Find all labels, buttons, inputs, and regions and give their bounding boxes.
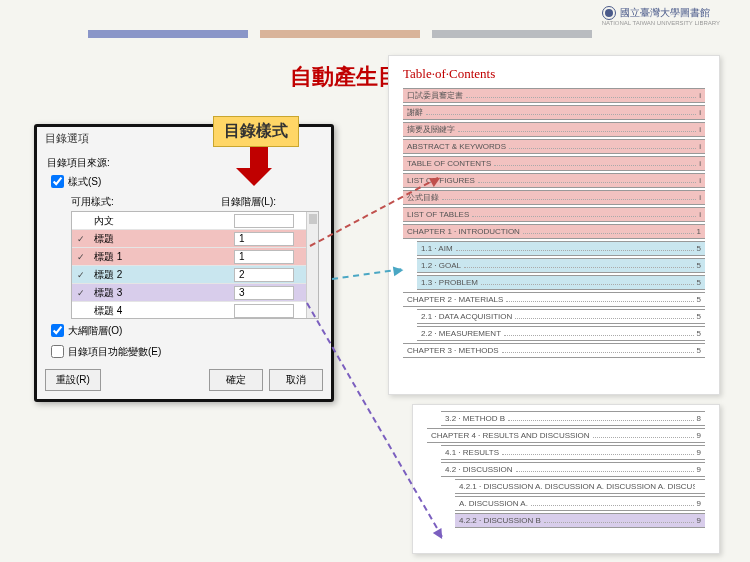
- library-logo: 國立臺灣大學圖書館 NATIONAL TAIWAN UNIVERSITY LIB…: [602, 6, 720, 26]
- style-row-name: 標題 2: [90, 268, 230, 282]
- toc-entry-page: 9: [697, 465, 701, 474]
- toc-entry-page: 1: [697, 227, 701, 236]
- toc-entry-page: 9: [697, 516, 701, 525]
- header-bar-3: [432, 30, 592, 38]
- available-styles-header: 可用樣式:: [71, 195, 221, 209]
- style-row-level-input[interactable]: [234, 286, 294, 300]
- logo-subtext: NATIONAL TAIWAN UNIVERSITY LIBRARY: [602, 20, 720, 26]
- style-row-2[interactable]: ✓標題 1: [72, 248, 318, 266]
- toc-entry: 1.3 · PROBLEM5: [417, 275, 705, 290]
- toc-entry-page: i: [699, 176, 701, 185]
- toc-entry: 公式目錄i: [403, 190, 705, 205]
- outline-checkbox[interactable]: [51, 324, 64, 337]
- toc-entry-text: 4.2.1 · DISCUSSION A. DISCUSSION A. DISC…: [459, 482, 695, 491]
- toc-entry-text: A. DISCUSSION A.: [459, 499, 528, 508]
- logo-icon: [602, 6, 616, 20]
- style-row-check: ✓: [72, 270, 90, 280]
- toc-entry: 1.1 · AIM5: [417, 241, 705, 256]
- toc-entry-page: 5: [697, 244, 701, 253]
- toc-entry-text: CHAPTER 4 · RESULTS AND DISCUSSION: [431, 431, 590, 440]
- toc-entry-text: 4.2.2 · DISCUSSION B: [459, 516, 541, 525]
- toc-entry: 3.2 · METHOD B8: [441, 411, 705, 426]
- toc-entry-page: i: [699, 91, 701, 100]
- source-label: 目錄項目來源:: [47, 156, 321, 170]
- toc-entry-page: 5: [697, 312, 701, 321]
- style-checkbox[interactable]: [51, 175, 64, 188]
- toc-entry: 4.2.2 · DISCUSSION B9: [455, 513, 705, 528]
- toc-entry-page: i: [699, 193, 701, 202]
- cancel-button[interactable]: 取消: [269, 369, 323, 391]
- style-list[interactable]: 內文✓標題✓標題 1✓標題 2✓標題 3標題 4: [71, 211, 319, 319]
- style-row-level-input[interactable]: [234, 268, 294, 282]
- toc-entry-text: 1.3 · PROBLEM: [421, 278, 478, 287]
- logo-text: 國立臺灣大學圖書館: [620, 7, 710, 18]
- toc-entry-page: 5: [697, 278, 701, 287]
- toc-entry: TABLE OF CONTENTSi: [403, 156, 705, 171]
- toc-entry-text: 4.2 · DISCUSSION: [445, 465, 513, 474]
- reset-button[interactable]: 重設(R): [45, 369, 101, 391]
- style-row-name: 標題 1: [90, 250, 230, 264]
- toc-entry-page: i: [699, 108, 701, 117]
- toc-entry-page: i: [699, 210, 701, 219]
- style-row-name: 標題 4: [90, 304, 230, 318]
- toc-entry-page: 9: [697, 431, 701, 440]
- toc-entry-text: 4.1 · RESULTS: [445, 448, 499, 457]
- toc-level-header: 目錄階層(L):: [221, 195, 301, 209]
- style-row-1[interactable]: ✓標題: [72, 230, 318, 248]
- toc-entry-page: 5: [697, 295, 701, 304]
- toc-options-dialog: 目錄選項 目錄項目來源: 樣式(S) 可用樣式: 目錄階層(L): 內文✓標題✓…: [34, 124, 334, 402]
- toc-entry-text: 1.1 · AIM: [421, 244, 453, 253]
- toc-entry: CHAPTER 1 · INTRODUCTION1: [403, 224, 705, 239]
- toc-entry: 4.2 · DISCUSSION9: [441, 462, 705, 477]
- toc-entry-text: 2.2 · MEASUREMENT: [421, 329, 501, 338]
- style-row-5[interactable]: 標題 4: [72, 302, 318, 319]
- outline-checkbox-label: 大綱階層(O): [68, 324, 122, 338]
- style-row-name: 內文: [90, 214, 230, 228]
- toc-entry: LIST OF TABLESi: [403, 207, 705, 222]
- toc-entry: 謝辭i: [403, 105, 705, 120]
- style-checkbox-label: 樣式(S): [68, 175, 101, 189]
- toc-entry-text: CHAPTER 3 · METHODS: [407, 346, 499, 355]
- toc-entry: 2.1 · DATA ACQUISITION5: [417, 309, 705, 324]
- toc-entry: 4.2.1 · DISCUSSION A. DISCUSSION A. DISC…: [455, 479, 705, 494]
- down-arrow-icon: [245, 146, 272, 186]
- toc-entry: 1.2 · GOAL5: [417, 258, 705, 273]
- header-bar-2: [260, 30, 420, 38]
- entry-checkbox[interactable]: [51, 345, 64, 358]
- toc-entry: ABSTRACT & KEYWORDSi: [403, 139, 705, 154]
- toc-entry-text: 3.2 · METHOD B: [445, 414, 505, 423]
- toc-entry: 2.2 · MEASUREMENT5: [417, 326, 705, 341]
- toc-entry-page: 9: [697, 499, 701, 508]
- style-row-4[interactable]: ✓標題 3: [72, 284, 318, 302]
- style-row-level-input[interactable]: [234, 304, 294, 318]
- toc-entry: CHAPTER 3 · METHODS5: [403, 343, 705, 358]
- style-row-name: 標題: [90, 232, 230, 246]
- ok-button[interactable]: 確定: [209, 369, 263, 391]
- toc-entry-page: 5: [697, 261, 701, 270]
- toc-entry-page: i: [699, 142, 701, 151]
- toc-entry-page: 5: [697, 346, 701, 355]
- toc-entry-page: 8: [697, 414, 701, 423]
- toc-entry: 口試委員審定書i: [403, 88, 705, 103]
- style-row-3[interactable]: ✓標題 2: [72, 266, 318, 284]
- entry-checkbox-label: 目錄項目功能變數(E): [68, 345, 161, 359]
- toc-entry-page: 9: [697, 448, 701, 457]
- toc-entry-text: CHAPTER 1 · INTRODUCTION: [407, 227, 520, 236]
- toc-entry-text: 1.2 · GOAL: [421, 261, 461, 270]
- toc-entry-text: ABSTRACT & KEYWORDS: [407, 142, 506, 151]
- toc-entry-text: 2.1 · DATA ACQUISITION: [421, 312, 512, 321]
- style-row-check: ✓: [72, 234, 90, 244]
- toc-entry-text: 口試委員審定書: [407, 90, 463, 101]
- toc-entry-page: i: [699, 159, 701, 168]
- style-row-0[interactable]: 內文: [72, 212, 318, 230]
- style-row-check: ✓: [72, 252, 90, 262]
- style-row-level-input[interactable]: [234, 232, 294, 246]
- style-row-check: ✓: [72, 288, 90, 298]
- style-row-level-input[interactable]: [234, 214, 294, 228]
- toc-entry-text: 謝辭: [407, 107, 423, 118]
- toc-entry: 4.1 · RESULTS9: [441, 445, 705, 460]
- header-bar-1: [88, 30, 248, 38]
- style-row-level-input[interactable]: [234, 250, 294, 264]
- toc-preview-page-1: Table·of·Contents 口試委員審定書i謝辭i摘要及關鍵字iABST…: [388, 55, 720, 395]
- toc-entry-text: 公式目錄: [407, 192, 439, 203]
